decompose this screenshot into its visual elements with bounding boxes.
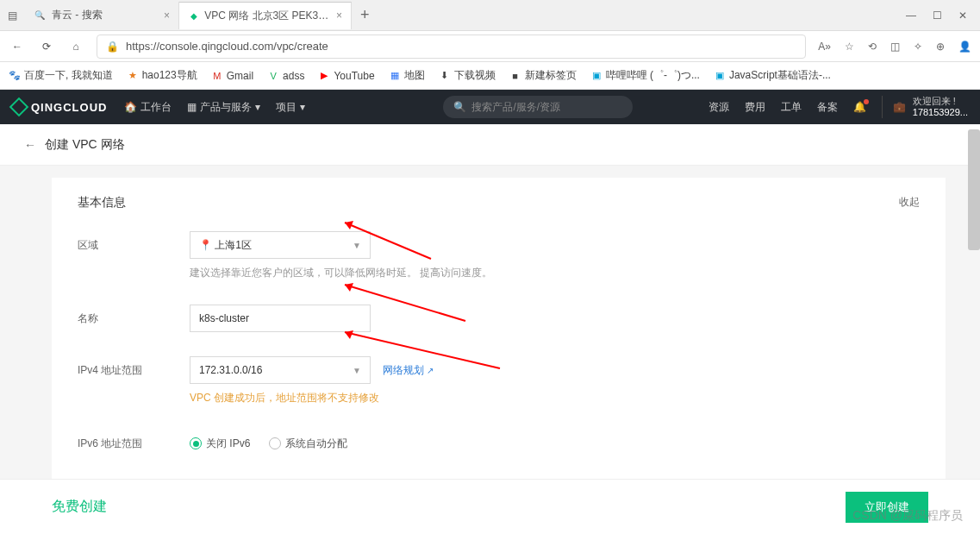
price-text: 免费创建 xyxy=(52,498,107,516)
nav-products[interactable]: ▦ 产品与服务 ▾ xyxy=(187,100,260,115)
bookmark-youtube[interactable]: ▶YouTube xyxy=(318,70,374,82)
search-icon: 🔍 xyxy=(33,9,47,22)
basic-info-card: 基本信息 收起 区域 📍 上海1区 ▼ 建议选择靠近您客户的区域，可以降低网络时… xyxy=(52,178,946,506)
row-ipv6: IPv6 地址范围 关闭 IPv6 系统自动分配 xyxy=(78,430,920,457)
tab-title: 青云 - 搜索 xyxy=(52,8,103,22)
back-button[interactable]: ← xyxy=(9,41,26,53)
new-tab-button[interactable]: + xyxy=(352,6,378,24)
url-input[interactable]: 🔒 https://console.qingcloud.com/vpc/crea… xyxy=(97,35,806,59)
reader-button[interactable]: A» xyxy=(818,41,831,53)
header-search[interactable]: 🔍 搜索产品/服务/资源 xyxy=(443,96,633,118)
bookmarks-bar: 🐾百度一下, 我就知道 ★hao123导航 MGmail Vadss ▶YouT… xyxy=(0,62,980,90)
nav-workspace[interactable]: 🏠 工作台 xyxy=(124,100,172,115)
browser-tabs-bar: ▤ 🔍 青云 - 搜索 × ◆ VPC 网络 北京3区 PEK3 青云Qin ×… xyxy=(0,0,980,31)
collapse-button[interactable]: 收起 xyxy=(899,195,920,210)
label-ipv6: IPv6 地址范围 xyxy=(78,430,190,451)
name-input[interactable]: k8s-cluster xyxy=(190,305,371,332)
logo-icon xyxy=(9,97,29,117)
close-icon[interactable]: × xyxy=(164,9,170,22)
wallet-icon: 💼 xyxy=(893,101,906,113)
page-title: 创建 VPC 网络 xyxy=(45,137,125,153)
refresh-button[interactable]: ⟳ xyxy=(38,41,55,53)
close-icon[interactable]: × xyxy=(336,9,342,22)
close-button[interactable]: ✕ xyxy=(958,9,968,22)
label-name: 名称 xyxy=(78,305,190,326)
bookmark-download[interactable]: ⬇下载视频 xyxy=(439,68,496,83)
bookmark-baidu[interactable]: 🐾百度一下, 我就知道 xyxy=(9,68,113,83)
ipv4-select[interactable]: 172.31.0.0/16 ▼ xyxy=(190,356,371,384)
nav-resource[interactable]: 资源 xyxy=(708,100,729,115)
notification-icon[interactable]: 🔔 xyxy=(853,101,866,113)
maximize-button[interactable]: ☐ xyxy=(932,9,942,22)
page-header: ← 创建 VPC 网络 xyxy=(0,124,980,166)
watermark: CSDN @屎码程序员 xyxy=(852,508,963,524)
nav-beian[interactable]: 备案 xyxy=(817,100,838,115)
bookmark-bilibili[interactable]: ▣哔哩哔哩 (゜-゜)つ... xyxy=(590,68,700,83)
browser-tab-2[interactable]: ◆ VPC 网络 北京3区 PEK3 青云Qin × xyxy=(179,2,352,29)
search-icon: 🔍 xyxy=(453,101,466,113)
bookmark-js[interactable]: ▣JavaScript基础语法-... xyxy=(714,68,831,83)
card-title: 基本信息 xyxy=(78,195,126,210)
qingcloud-header: QINGCLOUD 🏠 工作台 ▦ 产品与服务 ▾ 项目 ▾ 🔍 搜索产品/服务… xyxy=(0,90,980,124)
ipv4-warning: VPC 创建成功后，地址范围将不支持修改 xyxy=(190,391,920,405)
label-ipv4: IPv4 地址范围 xyxy=(78,356,190,378)
user-menu[interactable]: 💼 欢迎回来 ! 178153929... xyxy=(882,96,968,118)
window-controls: — ☐ ✕ xyxy=(906,9,980,22)
nav-project[interactable]: 项目 ▾ xyxy=(276,100,305,115)
bookmark-gmail[interactable]: MGmail xyxy=(211,70,253,82)
bookmark-newtab[interactable]: ■新建标签页 xyxy=(509,68,577,83)
tab-list-icon[interactable]: ▤ xyxy=(0,9,24,22)
back-arrow[interactable]: ← xyxy=(24,138,36,152)
bookmark-adss[interactable]: Vadss xyxy=(267,70,304,82)
chevron-down-icon: ▼ xyxy=(353,366,361,375)
qingcloud-icon: ◆ xyxy=(188,9,199,22)
address-bar: ← ⟳ ⌂ 🔒 https://console.qingcloud.com/vp… xyxy=(0,31,980,62)
nav-cost[interactable]: 费用 xyxy=(745,100,765,115)
scrollbar[interactable] xyxy=(968,129,980,250)
tab-title: VPC 网络 北京3区 PEK3 青云Qin xyxy=(204,9,331,23)
split-button[interactable]: ◫ xyxy=(890,41,900,53)
row-name: 名称 k8s-cluster xyxy=(78,305,920,332)
profile-button[interactable]: 👤 xyxy=(958,41,971,53)
chevron-down-icon: ▼ xyxy=(353,241,361,250)
network-planning-link[interactable]: 网络规划 xyxy=(383,363,434,378)
nav-ticket[interactable]: 工单 xyxy=(781,100,802,115)
lock-icon: 🔒 xyxy=(106,41,119,53)
region-select[interactable]: 📍 上海1区 ▼ xyxy=(190,231,371,259)
radio-ipv6-off[interactable]: 关闭 IPv6 xyxy=(190,437,250,451)
browser-tab-1[interactable]: 🔍 青云 - 搜索 × xyxy=(24,2,179,29)
url-text: https://console.qingcloud.com/vpc/create xyxy=(126,40,328,53)
extensions-button[interactable]: ⊕ xyxy=(936,41,945,53)
radio-ipv6-auto[interactable]: 系统自动分配 xyxy=(269,437,347,451)
row-region: 区域 📍 上海1区 ▼ 建议选择靠近您客户的区域，可以降低网络时延。 提高访问速… xyxy=(78,231,920,280)
row-ipv4: IPv4 地址范围 172.31.0.0/16 ▼ 网络规划 VPC 创建成功后… xyxy=(78,356,920,405)
label-region: 区域 xyxy=(78,231,190,253)
bookmark-hao123[interactable]: ★hao123导航 xyxy=(127,68,197,83)
qingcloud-logo[interactable]: QINGCLOUD xyxy=(12,100,107,114)
pin-icon: 📍 xyxy=(199,239,212,251)
sync-button[interactable]: ⟲ xyxy=(868,41,877,53)
main-content: 基本信息 收起 区域 📍 上海1区 ▼ 建议选择靠近您客户的区域，可以降低网络时… xyxy=(0,166,980,506)
collections-button[interactable]: ✧ xyxy=(914,41,922,53)
bookmark-maps[interactable]: ▦地图 xyxy=(389,68,425,83)
favorite-button[interactable]: ☆ xyxy=(845,41,854,53)
region-hint: 建议选择靠近您客户的区域，可以降低网络时延。 提高访问速度。 xyxy=(190,266,920,280)
footer-bar: 免费创建 立即创建 xyxy=(0,479,980,534)
minimize-button[interactable]: — xyxy=(906,9,916,22)
home-button[interactable]: ⌂ xyxy=(67,41,84,53)
